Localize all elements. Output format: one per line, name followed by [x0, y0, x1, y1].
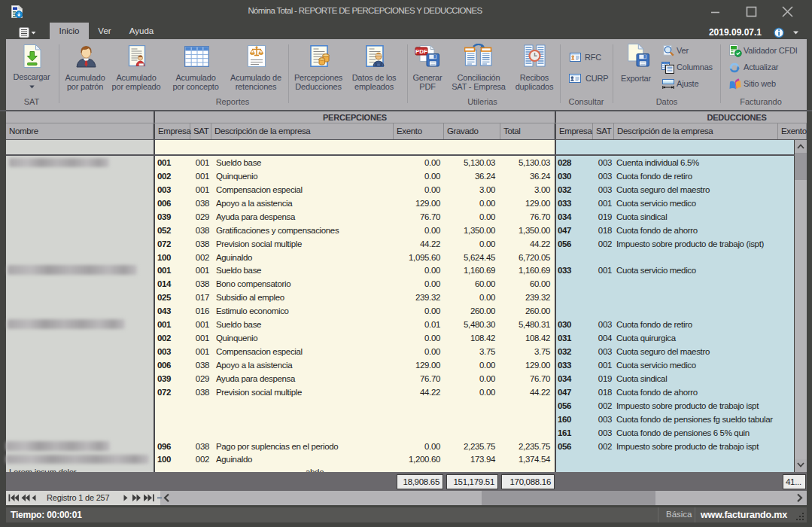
svg-text:PDF: PDF	[415, 48, 427, 55]
